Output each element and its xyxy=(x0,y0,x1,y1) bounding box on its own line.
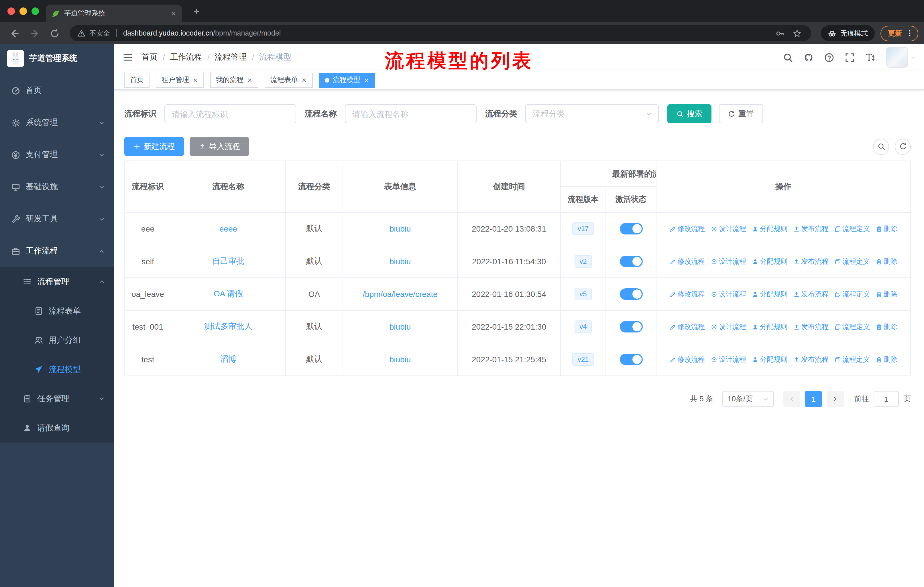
sidebar-item-leave-query[interactable]: 请假查询 xyxy=(0,413,114,443)
toggle-search-button[interactable] xyxy=(873,139,889,154)
tag-process-model[interactable]: 流程模型 xyxy=(319,73,375,88)
action-delete-link[interactable]: 删除 xyxy=(876,355,898,364)
refresh-table-button[interactable] xyxy=(895,139,911,154)
bookmark-star-icon[interactable] xyxy=(790,29,804,38)
sidebar-item-payment-management[interactable]: 支付管理 xyxy=(0,139,114,171)
browser-tab[interactable]: 芋道管理系统 xyxy=(46,5,182,22)
form-info-link[interactable]: biubiu xyxy=(389,257,411,266)
tag-tenant-management[interactable]: 租户管理 xyxy=(156,73,204,88)
action-design-link[interactable]: 设计流程 xyxy=(711,355,746,364)
process-name-input[interactable] xyxy=(345,104,477,123)
action-design-link[interactable]: 设计流程 xyxy=(711,256,746,266)
active-toggle[interactable] xyxy=(620,288,642,300)
action-modify-link[interactable]: 修改流程 xyxy=(669,224,705,233)
form-info-link[interactable]: /bpm/oa/leave/create xyxy=(363,289,438,299)
tag-my-process[interactable]: 我的流程 xyxy=(210,73,258,88)
action-delete-link[interactable]: 删除 xyxy=(876,322,898,332)
process-name-link[interactable]: OA 请假 xyxy=(214,289,243,299)
action-delete-link[interactable]: 删除 xyxy=(876,256,898,266)
sidebar-item-process-management[interactable]: 流程管理 xyxy=(0,267,114,296)
password-key-icon[interactable] xyxy=(773,29,787,38)
sidebar-item-task-management[interactable]: 任务管理 xyxy=(0,384,114,413)
sidebar-item-process-model[interactable]: 流程模型 xyxy=(0,355,114,384)
sidebar-item-user-group[interactable]: 用户分组 xyxy=(0,326,114,355)
sidebar-item-infrastructure[interactable]: 基础设施 xyxy=(0,171,114,203)
process-name-link[interactable]: 滔博 xyxy=(220,354,236,365)
sidebar-item-dev-tools[interactable]: 研发工具 xyxy=(0,203,114,235)
url-bar[interactable]: 不安全 dashboard.yudao.iocoder.cn/bpm/manag… xyxy=(70,25,811,41)
process-name-link[interactable]: 自己审批 xyxy=(212,256,244,266)
breadcrumb-item-process-management[interactable]: 流程管理 xyxy=(215,52,247,63)
form-info-link[interactable]: biubiu xyxy=(389,355,411,364)
action-publish-link[interactable]: 发布流程 xyxy=(793,256,828,266)
font-size-icon[interactable] xyxy=(866,53,875,62)
category-select[interactable]: 流程分类 xyxy=(525,104,659,123)
fullscreen-icon[interactable] xyxy=(845,53,855,62)
tab-close-icon[interactable] xyxy=(171,11,177,17)
action-modify-link[interactable]: 修改流程 xyxy=(669,289,705,299)
action-assign-link[interactable]: 分配规则 xyxy=(752,289,787,299)
action-assign-link[interactable]: 分配规则 xyxy=(752,355,787,364)
search-button[interactable]: 搜索 xyxy=(667,104,711,123)
not-secure-warning-icon[interactable] xyxy=(78,29,85,37)
next-page-button[interactable] xyxy=(827,391,844,407)
action-delete-link[interactable]: 删除 xyxy=(876,224,898,233)
reload-icon[interactable] xyxy=(46,28,64,38)
help-icon[interactable] xyxy=(824,53,834,62)
action-modify-link[interactable]: 修改流程 xyxy=(669,256,705,266)
browser-menu-kebab-icon[interactable] xyxy=(906,29,914,37)
action-design-link[interactable]: 设计流程 xyxy=(711,322,746,332)
action-modify-link[interactable]: 修改流程 xyxy=(669,322,705,332)
process-key-input[interactable] xyxy=(164,104,296,123)
forward-icon[interactable] xyxy=(26,28,43,38)
action-design-link[interactable]: 设计流程 xyxy=(711,224,746,233)
tag-close-icon[interactable] xyxy=(301,77,307,83)
page-size-select[interactable]: 10条/页 xyxy=(723,391,774,407)
action-design-link[interactable]: 设计流程 xyxy=(711,289,746,299)
process-name-link[interactable]: 测试多审批人 xyxy=(204,322,252,332)
action-publish-link[interactable]: 发布流程 xyxy=(793,322,828,332)
sidebar-fold-icon[interactable] xyxy=(122,52,133,63)
form-info-link[interactable]: biubiu xyxy=(389,322,411,331)
action-definition-link[interactable]: 流程定义 xyxy=(834,355,870,364)
sidebar-item-process-form[interactable]: 流程表单 xyxy=(0,296,114,326)
active-toggle[interactable] xyxy=(620,223,642,235)
github-icon[interactable] xyxy=(804,53,813,62)
action-publish-link[interactable]: 发布流程 xyxy=(793,355,828,364)
close-window-button[interactable] xyxy=(7,7,15,15)
reset-button[interactable]: 重置 xyxy=(719,104,763,123)
breadcrumb-item-home[interactable]: 首页 xyxy=(142,52,158,63)
goto-page-input[interactable] xyxy=(874,391,899,407)
action-delete-link[interactable]: 删除 xyxy=(876,289,898,299)
sidebar-item-system-management[interactable]: 系统管理 xyxy=(0,107,114,139)
action-definition-link[interactable]: 流程定义 xyxy=(834,322,870,332)
active-toggle[interactable] xyxy=(620,321,642,332)
maximize-window-button[interactable] xyxy=(31,7,39,15)
minimize-window-button[interactable] xyxy=(20,7,27,15)
tag-close-icon[interactable] xyxy=(364,77,370,83)
action-assign-link[interactable]: 分配规则 xyxy=(752,224,787,233)
action-definition-link[interactable]: 流程定义 xyxy=(834,224,870,233)
user-avatar[interactable] xyxy=(886,47,916,68)
new-tab-button[interactable]: + xyxy=(190,5,203,18)
sidebar-item-home[interactable]: 首页 xyxy=(0,74,114,107)
action-publish-link[interactable]: 发布流程 xyxy=(793,289,828,299)
form-info-link[interactable]: biubiu xyxy=(389,224,411,233)
back-icon[interactable] xyxy=(6,28,23,38)
browser-update-button[interactable]: 更新 xyxy=(881,25,918,41)
sidebar-item-workflow[interactable]: 工作流程 xyxy=(0,235,114,267)
search-icon[interactable] xyxy=(783,53,793,62)
action-definition-link[interactable]: 流程定义 xyxy=(834,289,870,299)
action-definition-link[interactable]: 流程定义 xyxy=(834,256,870,266)
tag-close-icon[interactable] xyxy=(247,77,252,83)
active-toggle[interactable] xyxy=(620,354,642,365)
prev-page-button[interactable] xyxy=(783,391,800,407)
process-name-link[interactable]: eeee xyxy=(219,224,237,233)
action-assign-link[interactable]: 分配规则 xyxy=(752,256,787,266)
active-toggle[interactable] xyxy=(620,256,642,267)
breadcrumb-item-workflow[interactable]: 工作流程 xyxy=(170,52,202,63)
tag-process-form[interactable]: 流程表单 xyxy=(265,73,313,88)
action-publish-link[interactable]: 发布流程 xyxy=(793,224,828,233)
tag-close-icon[interactable] xyxy=(193,77,198,83)
create-process-button[interactable]: 新建流程 xyxy=(124,137,184,156)
